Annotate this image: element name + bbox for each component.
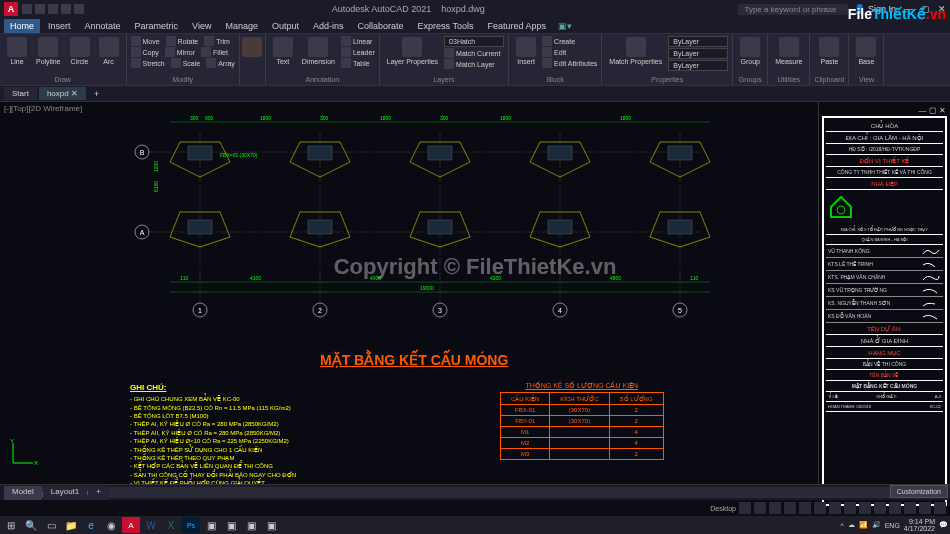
panel-restore-icon[interactable]: ▢ (929, 106, 937, 115)
ucs-icon[interactable]: X Y (8, 438, 38, 468)
tab-addins[interactable]: Add-ins (307, 19, 350, 33)
status-otrack-icon[interactable] (829, 502, 841, 514)
scale-icon[interactable] (171, 58, 181, 68)
clock-time[interactable]: 9:14 PM (904, 518, 935, 525)
create-icon[interactable] (542, 36, 552, 46)
search-icon[interactable]: 🔍 (22, 517, 40, 533)
command-input[interactable] (32, 487, 946, 498)
tray-up-icon[interactable]: ^ (840, 522, 843, 529)
app4-icon[interactable]: ▣ (262, 517, 280, 533)
status-anno-icon[interactable] (874, 502, 886, 514)
tab-expresstools[interactable]: Express Tools (412, 19, 480, 33)
tab-view[interactable]: View (186, 19, 217, 33)
tray-wifi-icon[interactable]: 📶 (859, 521, 868, 529)
app-logo[interactable]: A (4, 2, 18, 16)
taskview-icon[interactable]: ▭ (42, 517, 60, 533)
status-workspace-icon[interactable] (889, 502, 901, 514)
leader-icon[interactable] (341, 47, 351, 57)
arc-tool[interactable]: Arc (96, 36, 122, 66)
status-ortho-icon[interactable] (769, 502, 781, 514)
clock-date[interactable]: 4/17/2022 (904, 525, 935, 532)
trim-icon[interactable] (204, 36, 214, 46)
panel-close-icon[interactable]: ✕ (939, 106, 946, 115)
panel-minimize-icon[interactable]: — (919, 106, 927, 115)
matchlay-icon[interactable] (444, 59, 454, 69)
edge-icon[interactable]: e (82, 517, 100, 533)
paste-tool[interactable]: Paste (814, 36, 844, 66)
doctab-file[interactable]: hoxpd ✕ (39, 87, 86, 100)
tab-insert[interactable]: Insert (42, 19, 77, 33)
chrome-icon[interactable]: ◉ (102, 517, 120, 533)
stretch-icon[interactable] (131, 58, 141, 68)
tab-expand-icon[interactable]: ▣▾ (558, 21, 572, 31)
word-icon[interactable]: W (142, 517, 160, 533)
tab-annotate[interactable]: Annotate (79, 19, 127, 33)
autocad-icon[interactable]: A (122, 517, 140, 533)
erase-tool[interactable] (244, 36, 261, 58)
tab-manage[interactable]: Manage (219, 19, 264, 33)
tab-add[interactable]: + (88, 486, 109, 500)
tray-onedrive-icon[interactable]: ☁ (848, 521, 855, 529)
base-tool[interactable]: Base (853, 36, 879, 66)
viewport-label[interactable]: [-][Top][2D Wireframe] (4, 104, 82, 113)
app3-icon[interactable]: ▣ (242, 517, 260, 533)
insert-tool[interactable]: Insert (513, 36, 539, 68)
status-transparency-icon[interactable] (859, 502, 871, 514)
copy-icon[interactable] (131, 47, 141, 57)
layer-dropdown[interactable]: 03Hatch (444, 36, 504, 47)
measure-tool[interactable]: Measure (772, 36, 805, 66)
editattr-icon[interactable] (542, 58, 552, 68)
matchprops-tool[interactable]: Match Properties (606, 36, 665, 71)
qat-new-icon[interactable] (22, 4, 32, 14)
fillet-icon[interactable] (201, 47, 211, 57)
photoshop-icon[interactable]: Ps (182, 517, 200, 533)
tab-layout1[interactable]: Layout1 (43, 486, 87, 500)
qat-open-icon[interactable] (35, 4, 45, 14)
tab-model[interactable]: Model (4, 486, 42, 500)
status-hw-icon[interactable] (919, 502, 931, 514)
tab-collaborate[interactable]: Collaborate (352, 19, 410, 33)
text-tool[interactable]: Text (270, 36, 296, 68)
polyline-tool[interactable]: Polyline (33, 36, 64, 66)
circle-tool[interactable]: Circle (67, 36, 93, 66)
excel-icon[interactable]: X (162, 517, 180, 533)
tab-featuredapps[interactable]: Featured Apps (481, 19, 552, 33)
tab-parametric[interactable]: Parametric (129, 19, 185, 33)
array-icon[interactable] (206, 58, 216, 68)
status-isolate-icon[interactable] (904, 502, 916, 514)
qat-undo-icon[interactable] (61, 4, 71, 14)
tray-lang-icon[interactable]: ENG (885, 522, 900, 529)
status-osnap-icon[interactable] (799, 502, 811, 514)
tab-output[interactable]: Output (266, 19, 305, 33)
status-snap-icon[interactable] (754, 502, 766, 514)
status-polar-icon[interactable] (784, 502, 796, 514)
qat-save-icon[interactable] (48, 4, 58, 14)
doctab-add-icon[interactable]: + (88, 89, 105, 99)
tray-sound-icon[interactable]: 🔊 (872, 521, 881, 529)
lw-dropdown[interactable]: ByLayer (668, 48, 728, 59)
lt-dropdown[interactable]: ByLayer (668, 60, 728, 71)
qat-redo-icon[interactable] (74, 4, 84, 14)
customization-button[interactable]: Customization (890, 485, 948, 498)
edit-icon[interactable] (542, 47, 552, 57)
table-icon[interactable] (341, 58, 351, 68)
linear-icon[interactable] (341, 36, 351, 46)
explorer-icon[interactable]: 📁 (62, 517, 80, 533)
status-lw-icon[interactable] (844, 502, 856, 514)
move-icon[interactable] (131, 36, 141, 46)
status-clean-icon[interactable] (934, 502, 946, 514)
dimension-tool[interactable]: Dimension (299, 36, 338, 68)
notifications-icon[interactable]: 💬 (939, 521, 948, 529)
status-grid-icon[interactable] (739, 502, 751, 514)
doctab-start[interactable]: Start (4, 87, 37, 100)
matchcur-icon[interactable] (444, 48, 454, 58)
mirror-icon[interactable] (165, 47, 175, 57)
color-dropdown[interactable]: ByLayer (668, 36, 728, 47)
tab-home[interactable]: Home (4, 19, 40, 33)
start-button[interactable]: ⊞ (2, 517, 20, 533)
rotate-icon[interactable] (166, 36, 176, 46)
app1-icon[interactable]: ▣ (202, 517, 220, 533)
app2-icon[interactable]: ▣ (222, 517, 240, 533)
qat-icons[interactable] (22, 4, 84, 14)
layer-props-tool[interactable]: Layer Properties (384, 36, 441, 69)
